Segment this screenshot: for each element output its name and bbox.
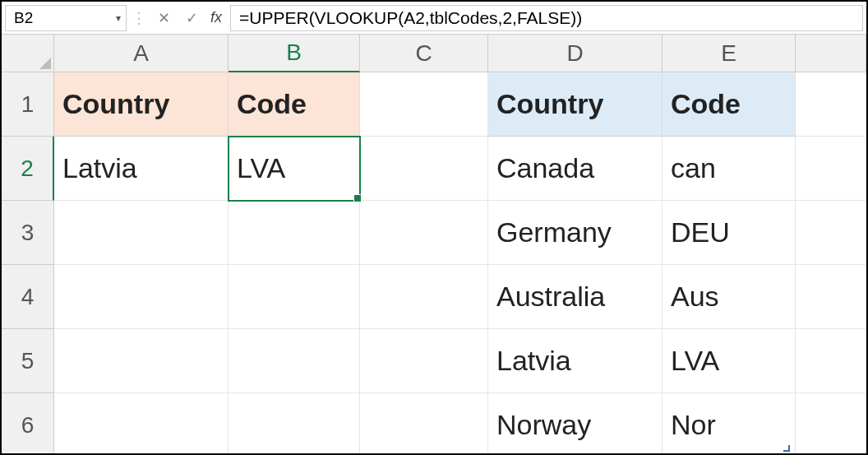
col-header-rest[interactable] [796, 35, 866, 72]
row-header-4[interactable]: 4 [2, 265, 54, 329]
cell-B6[interactable] [229, 393, 360, 455]
cell-rest-5[interactable] [796, 329, 866, 393]
table-resize-handle-icon[interactable] [783, 445, 790, 452]
cell-E2[interactable]: can [663, 137, 796, 201]
cell-D2[interactable]: Canada [488, 137, 663, 201]
cancel-icon[interactable]: ✕ [151, 6, 176, 30]
cell-A5[interactable] [54, 329, 229, 393]
cell-C1[interactable] [360, 72, 488, 137]
cell-rest-6[interactable] [796, 393, 866, 455]
col-header-A[interactable]: A [54, 35, 229, 72]
cell-E3[interactable]: DEU [663, 201, 796, 265]
cell-C4[interactable] [360, 265, 488, 329]
cell-C2[interactable] [360, 137, 488, 201]
chevron-down-icon[interactable]: ▾ [116, 12, 121, 24]
name-box[interactable]: B2 ▾ [5, 5, 127, 31]
cell-A1[interactable]: Country [54, 72, 229, 137]
cell-D5[interactable]: Latvia [488, 329, 663, 393]
cell-E5[interactable]: LVA [663, 329, 796, 393]
row-header-3[interactable]: 3 [2, 201, 54, 265]
row-header-2[interactable]: 2 [2, 137, 54, 201]
formula-bar: B2 ▾ ⋮ ✕ ✓ fx =UPPER(VLOOKUP(A2,tblCodes… [2, 2, 866, 35]
cell-rest-1[interactable] [796, 72, 866, 137]
col-header-D[interactable]: D [488, 35, 663, 72]
accept-icon[interactable]: ✓ [179, 6, 204, 30]
cell-C5[interactable] [360, 329, 488, 393]
col-header-C[interactable]: C [360, 35, 488, 72]
cell-E1[interactable]: Code [663, 72, 796, 137]
col-header-B[interactable]: B [229, 35, 360, 72]
row-header-5[interactable]: 5 [2, 329, 54, 393]
formula-text: =UPPER(VLOOKUP(A2,tblCodes,2,FALSE)) [239, 8, 582, 28]
cell-D1[interactable]: Country [488, 72, 663, 137]
col-header-E[interactable]: E [663, 35, 796, 72]
cell-B2[interactable]: LVA [229, 137, 360, 201]
spreadsheet-grid: A B C D E 1 2 3 4 5 6 Country Code [2, 35, 866, 453]
cell-B5[interactable] [229, 329, 360, 393]
cell-reference: B2 [14, 9, 33, 27]
cell-A3[interactable] [54, 201, 229, 265]
cell-E4[interactable]: Aus [663, 265, 796, 329]
select-all-corner[interactable] [2, 35, 54, 72]
divider: ⋮ [130, 9, 148, 27]
cell-A6[interactable] [54, 393, 229, 455]
cell-B3[interactable] [229, 201, 360, 265]
row-header-6[interactable]: 6 [2, 393, 54, 455]
formula-input[interactable]: =UPPER(VLOOKUP(A2,tblCodes,2,FALSE)) [230, 5, 863, 31]
cell-D6[interactable]: Norway [488, 393, 663, 455]
cell-B1[interactable]: Code [229, 72, 360, 137]
cell-C3[interactable] [360, 201, 488, 265]
row-header-1[interactable]: 1 [2, 72, 54, 137]
cell-C6[interactable] [360, 393, 488, 455]
cell-A4[interactable] [54, 265, 229, 329]
cell-rest-4[interactable] [796, 265, 866, 329]
cell-D4[interactable]: Australia [488, 265, 663, 329]
cell-E6[interactable]: Nor [663, 393, 796, 455]
fx-icon[interactable]: fx [207, 9, 227, 26]
cell-B4[interactable] [229, 265, 360, 329]
cell-A2[interactable]: Latvia [54, 137, 229, 201]
cell-D3[interactable]: Germany [488, 201, 663, 265]
cell-rest-2[interactable] [796, 137, 866, 201]
cell-rest-3[interactable] [796, 201, 866, 265]
